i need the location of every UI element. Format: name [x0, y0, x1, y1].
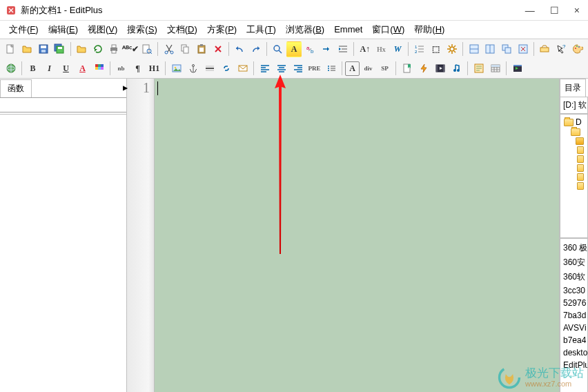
- color-picker-icon[interactable]: [91, 61, 107, 77]
- undo-icon[interactable]: [232, 41, 248, 57]
- save-icon[interactable]: [35, 41, 51, 57]
- audio-icon[interactable]: [449, 61, 464, 77]
- goto-icon[interactable]: [319, 41, 335, 57]
- menu-t[interactable]: 工具(T): [242, 21, 281, 38]
- directory-tree[interactable]: D: [560, 114, 588, 238]
- minimize-button[interactable]: —: [522, 5, 538, 16]
- functions-tab[interactable]: 函数: [0, 79, 32, 97]
- browser-icon[interactable]: [3, 61, 19, 77]
- tree-item[interactable]: [562, 182, 586, 190]
- align-right-icon[interactable]: [290, 61, 306, 77]
- image-icon[interactable]: [168, 61, 184, 77]
- italic-icon[interactable]: I: [41, 61, 57, 77]
- line-num-icon[interactable]: 12: [411, 41, 427, 57]
- indent-icon[interactable]: [335, 41, 351, 57]
- underline-icon[interactable]: U: [58, 61, 74, 77]
- menu-p[interactable]: 方案(P): [202, 21, 242, 38]
- menu-b[interactable]: 浏览器(B): [281, 21, 329, 38]
- file-item[interactable]: 360 极: [563, 241, 585, 255]
- file-item[interactable]: 360安: [563, 255, 585, 270]
- tree-item[interactable]: [562, 128, 586, 137]
- file-item[interactable]: 52976: [563, 297, 585, 309]
- text-area-icon[interactable]: A: [345, 61, 360, 76]
- file-item[interactable]: b7ea4: [563, 334, 585, 346]
- window-tile2-icon[interactable]: [482, 41, 498, 57]
- spellcheck-icon[interactable]: ᴬᴮᶜ✔: [123, 41, 139, 57]
- menu-e[interactable]: 编辑(E): [43, 21, 83, 38]
- save-all-icon[interactable]: [52, 41, 68, 57]
- replace-icon[interactable]: ab: [302, 41, 318, 57]
- menu-w[interactable]: 窗口(W): [367, 21, 409, 38]
- remote-save-icon[interactable]: [90, 41, 106, 57]
- file-item[interactable]: AVSVi: [563, 322, 585, 334]
- span-icon[interactable]: SP: [377, 61, 393, 77]
- div-icon[interactable]: div: [360, 61, 376, 77]
- run-icon[interactable]: [509, 61, 525, 77]
- paragraph-icon[interactable]: ¶: [130, 61, 146, 77]
- font-color-icon[interactable]: A: [75, 61, 90, 77]
- preview-icon[interactable]: [139, 41, 155, 57]
- new-file-icon[interactable]: [3, 41, 19, 57]
- mail-icon[interactable]: [235, 61, 251, 77]
- bookmark-icon[interactable]: [399, 61, 415, 77]
- hr-icon[interactable]: [202, 61, 217, 77]
- file-list[interactable]: 360 极360安360软3cc30529767ba3dAVSVib7ea4de…: [560, 238, 588, 392]
- copy-icon[interactable]: [177, 41, 193, 57]
- tree-item[interactable]: [562, 155, 586, 164]
- tree-item[interactable]: [562, 137, 586, 146]
- help-arrow-icon[interactable]: ?: [553, 41, 569, 57]
- table-icon[interactable]: [487, 61, 503, 77]
- find-icon[interactable]: [270, 41, 286, 57]
- list-icon[interactable]: [323, 61, 339, 77]
- window-tile1-icon[interactable]: [466, 41, 482, 57]
- tree-item[interactable]: [562, 146, 586, 155]
- pre-icon[interactable]: PRE: [306, 61, 322, 77]
- redo-icon[interactable]: [248, 41, 264, 57]
- window-cascade-icon[interactable]: [499, 41, 515, 57]
- heading-icon[interactable]: H1: [146, 61, 162, 77]
- tree-item[interactable]: [562, 164, 586, 173]
- font-larger-icon[interactable]: A↑: [357, 41, 373, 57]
- function-filter-input[interactable]: [0, 97, 126, 112]
- palette-icon[interactable]: [569, 41, 585, 57]
- print-icon[interactable]: [106, 41, 122, 57]
- drive-selector[interactable]: [D:] 软: [560, 97, 588, 114]
- form-icon[interactable]: [471, 61, 487, 77]
- file-item[interactable]: 360软: [563, 270, 585, 284]
- anchor-icon[interactable]: [185, 61, 201, 77]
- bold-icon[interactable]: B: [25, 61, 41, 77]
- menu-s[interactable]: 搜索(S): [122, 21, 161, 38]
- highlight-icon[interactable]: A: [286, 41, 302, 57]
- menu-d[interactable]: 文档(D): [162, 21, 202, 38]
- video-icon[interactable]: [432, 61, 448, 77]
- delete-icon[interactable]: [210, 41, 226, 57]
- align-left-icon[interactable]: [257, 61, 273, 77]
- flash-icon[interactable]: [415, 61, 431, 77]
- file-item[interactable]: 7ba3d: [563, 309, 585, 322]
- editor-content[interactable]: [155, 79, 559, 392]
- wordwrap-icon[interactable]: W: [390, 41, 406, 57]
- window-close-icon[interactable]: [515, 41, 531, 57]
- link-icon[interactable]: [218, 61, 234, 77]
- align-center-icon[interactable]: [273, 61, 289, 77]
- tool1-icon[interactable]: [537, 41, 553, 57]
- close-button[interactable]: ×: [571, 5, 582, 16]
- maximize-button[interactable]: ☐: [547, 5, 562, 16]
- file-item[interactable]: EditPlu: [563, 359, 585, 371]
- ruler-icon[interactable]: ⬚: [428, 41, 444, 57]
- menu-h[interactable]: 帮助(H): [409, 21, 449, 38]
- tree-item[interactable]: [562, 173, 586, 182]
- open-file-icon[interactable]: [19, 41, 35, 57]
- directory-tab[interactable]: 目录: [560, 79, 586, 97]
- file-item[interactable]: deskto: [563, 346, 585, 359]
- cut-icon[interactable]: [161, 41, 177, 57]
- tree-item[interactable]: D: [562, 117, 586, 128]
- open-remote-icon[interactable]: [74, 41, 90, 57]
- menu-emmet[interactable]: Emmet: [329, 22, 367, 37]
- menu-f[interactable]: 文件(F): [4, 21, 43, 38]
- paste-icon[interactable]: [194, 41, 210, 57]
- menu-v[interactable]: 视图(V): [83, 21, 122, 38]
- hex-icon[interactable]: Hx: [373, 41, 389, 57]
- file-item[interactable]: 3cc30: [563, 284, 585, 297]
- nbsp-icon[interactable]: nb: [113, 61, 129, 77]
